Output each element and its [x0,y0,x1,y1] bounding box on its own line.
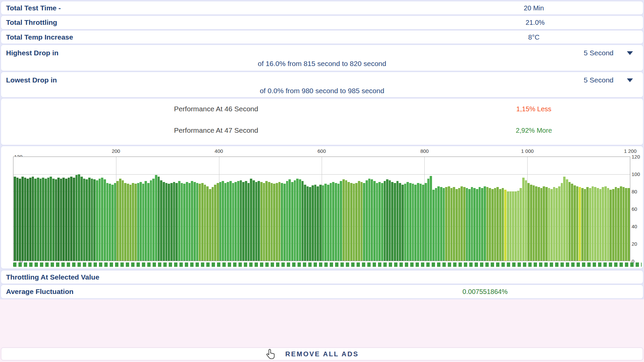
chart-bar [80,177,83,261]
performance-next-value: 2,92% More [516,127,552,134]
chart-bar [16,178,19,261]
chart-bar [561,183,563,261]
chart-bar [353,184,355,261]
chart-bar [414,185,417,261]
chart-bar [170,183,173,261]
chart-bar [135,184,137,261]
chart-bar [628,188,630,261]
chart-bar [473,188,476,261]
chevron-down-icon [627,51,633,55]
chart-bar [265,181,268,261]
chart-bar [376,183,378,261]
chart-bar [371,179,373,261]
chart-bar [381,183,383,261]
remove-ads-button[interactable]: REMOVE ALL ADS [1,348,643,360]
chart-bar [291,182,293,261]
chart-bar [124,183,126,261]
chart-bar [132,183,134,261]
chart-bar [322,185,324,261]
chart-bar [586,187,589,261]
chart-bar [93,179,96,261]
throttling-selected-label: Throttling At Selected Value [6,273,99,281]
chart-bar [302,181,304,261]
chart-plot[interactable] [13,157,630,261]
chart-bar [486,187,489,261]
total-throttling-value: 21.0% [526,19,545,26]
chart-bar [304,185,306,261]
lowest-drop-detail: of 0.0% from 980 second to 985 second [260,87,384,95]
chart-bar [404,184,407,261]
chart-bar [114,183,116,261]
highest-drop-interval-select[interactable]: 5 Second [584,49,633,57]
chart-bar [119,179,121,261]
chart-bar [29,178,32,261]
chart-bar [209,189,211,261]
chart-bar [430,176,432,261]
chart-bar [373,181,376,261]
chart-bar [574,185,576,261]
chart-bar [407,182,409,261]
chart-bar [222,181,224,261]
chart-bar [443,188,445,261]
performance-next-line: Performance At 47 Second 2,92% More [1,126,643,135]
chart-bar [281,183,283,261]
chart-bar [543,186,545,261]
chart-bar [394,183,396,261]
chart-bar [299,179,301,261]
chart-bar [435,188,437,261]
chart-bar [609,190,612,261]
chart-slider-track[interactable] [13,262,642,267]
chart-bar [255,182,258,261]
chart-bar [109,184,111,261]
chart-bar [173,182,175,261]
chart-bar [324,184,327,261]
row-throttling-selected: Throttling At Selected Value [1,270,643,284]
chart-bar [263,183,265,261]
chart-bar [340,181,342,261]
chart-bar [57,178,60,261]
chart-bar [471,187,473,261]
chart-bar [268,182,270,261]
chart-bar [466,188,468,261]
chart-bar [437,186,440,261]
chart-bar [288,179,291,261]
chart-bar [512,191,514,261]
chart-bar [432,190,435,261]
chart-bar [448,186,450,261]
chart-bar [391,182,393,261]
total-temp-increase-label: Total Temp Increase [6,33,73,41]
chart-bar [86,179,88,261]
chart-bar [194,182,196,261]
chart-bar [96,180,98,261]
chart-bar [327,185,329,261]
chart-card: 2004006008001 0001 200 120100806040200 1… [1,146,643,268]
y-tick-label: 60 [632,206,642,212]
chart-bar [34,179,37,261]
y-tick-label: 40 [632,224,642,229]
highest-drop-interval-value: 5 Second [584,49,613,57]
x-tick-label: 800 [420,148,429,154]
chart-bar [558,186,560,261]
chart-bar [60,179,62,261]
performance-prev-line: Performance At 46 Second 1,15% Less [1,104,643,114]
chart-bar [389,180,391,261]
chart-bar [163,182,165,261]
chart-bar [127,184,129,261]
chart-bar [296,179,299,261]
chart-bar [258,181,260,261]
lowest-drop-interval-select[interactable]: 5 Second [584,76,633,84]
chart-bar [129,185,132,261]
chart-bar [566,179,568,261]
chart-bar [24,178,26,261]
chart-bar [91,179,93,261]
chart-bar [214,185,216,261]
chart-bar [361,182,363,261]
chart-bar [45,179,47,261]
chart-bar [245,181,247,261]
chart-bar [399,183,401,261]
chart-bar [412,184,414,261]
chart-bar [569,182,571,261]
chart-bar [122,180,124,261]
lowest-drop-label: Lowest Drop in [6,76,57,84]
highest-drop-detail: of 16.0% from 815 second to 820 second [258,60,386,68]
